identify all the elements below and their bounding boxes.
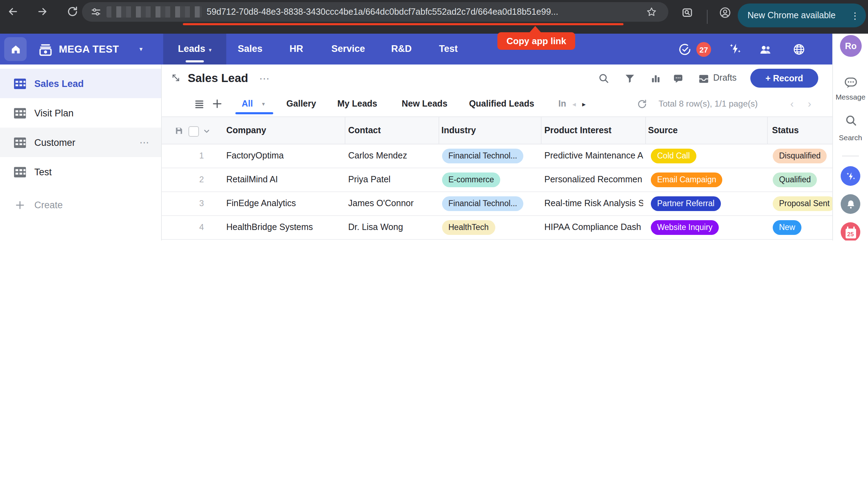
avatar[interactable]: Ro bbox=[840, 35, 862, 57]
company-cell[interactable]: HealthBridge Systems bbox=[226, 216, 343, 239]
status-cell[interactable]: New bbox=[773, 216, 801, 239]
table-more-icon[interactable]: ⋯ bbox=[259, 65, 270, 92]
sidebar-item-sales-lead[interactable]: Sales Lead bbox=[0, 69, 161, 98]
table-row[interactable]: 3FinEdge AnalyticsJames O'ConnorFinancia… bbox=[162, 192, 832, 216]
company-cell[interactable]: FinEdge Analytics bbox=[226, 192, 343, 215]
product-interest-cell[interactable]: Real-time Risk Analysis S bbox=[544, 192, 643, 215]
column-header-status[interactable]: Status bbox=[772, 117, 799, 144]
industry-tag[interactable]: HealthTech bbox=[442, 220, 495, 235]
product-interest-cell[interactable]: Predictive Maintenance A bbox=[544, 144, 643, 168]
contact-cell[interactable]: Carlos Mendez bbox=[348, 144, 436, 168]
industry-cell[interactable]: Financial Technol... bbox=[442, 192, 523, 215]
column-header-company[interactable]: Company bbox=[226, 117, 266, 144]
select-all-checkbox[interactable] bbox=[188, 126, 199, 137]
status-tag[interactable]: New bbox=[773, 220, 801, 235]
industry-tag[interactable]: Financial Technol... bbox=[442, 149, 523, 163]
nav-tab-r-d[interactable]: R&D bbox=[391, 34, 412, 65]
product-interest-cell[interactable]: Personalized Recommen bbox=[544, 168, 643, 191]
status-cell[interactable]: Disqualified bbox=[773, 144, 827, 168]
view-tab-qualified-leads[interactable]: Qualified Leads bbox=[469, 92, 534, 116]
reload-icon[interactable] bbox=[67, 6, 78, 18]
back-icon[interactable] bbox=[7, 6, 19, 18]
filter-icon[interactable] bbox=[624, 73, 635, 84]
save-view-icon[interactable] bbox=[174, 126, 184, 135]
bookmark-star-icon[interactable] bbox=[646, 6, 657, 18]
table-row[interactable]: 4HealthBridge SystemsDr. Lisa WongHealth… bbox=[162, 216, 832, 240]
contact-cell[interactable]: Dr. Lisa Wong bbox=[348, 216, 436, 239]
status-tag[interactable]: Disqualified bbox=[773, 149, 827, 163]
source-tag[interactable]: Email Campaign bbox=[651, 172, 723, 187]
source-tag[interactable]: Cold Call bbox=[651, 149, 696, 163]
message-label[interactable]: Message bbox=[833, 93, 868, 101]
sidebar-item-visit-plan[interactable]: Visit Plan bbox=[0, 98, 161, 128]
source-tag[interactable]: Partner Referral bbox=[651, 196, 721, 211]
site-info-icon[interactable] bbox=[90, 6, 102, 18]
source-cell[interactable]: Partner Referral bbox=[651, 192, 721, 215]
nav-tab-service[interactable]: Service bbox=[331, 34, 365, 65]
industry-tag[interactable]: E-commerce bbox=[442, 172, 500, 187]
drafts-icon[interactable] bbox=[698, 73, 710, 85]
view-tab-in[interactable]: In bbox=[558, 92, 568, 116]
sidebar-item-customer[interactable]: Customer⋯ bbox=[0, 128, 161, 157]
column-header-industry[interactable]: Industry bbox=[441, 117, 476, 144]
table-row[interactable]: 5MediVR TechnologiesDr. Hiroshi TanakaHe… bbox=[162, 240, 832, 240]
contact-cell[interactable]: Priya Patel bbox=[348, 168, 436, 191]
table-row[interactable]: 1FactoryOptimaCarlos MendezFinancial Tec… bbox=[162, 144, 832, 168]
tasks-check-icon[interactable] bbox=[678, 42, 691, 56]
view-tab-my-leads[interactable]: My Leads bbox=[337, 92, 377, 116]
address-bar[interactable]: 59d712-70d8-48e3-8838-3430ccc4be1a/664dc… bbox=[82, 2, 668, 22]
profile-icon[interactable] bbox=[719, 6, 731, 19]
scroll-tabs-right-icon[interactable]: ▸ bbox=[582, 92, 586, 116]
view-list-icon[interactable] bbox=[194, 99, 205, 109]
nav-tab-hr[interactable]: HR bbox=[290, 34, 303, 65]
url-text[interactable]: 59d712-70d8-48e3-8838-3430ccc4be1a/664dc… bbox=[207, 2, 638, 22]
status-cell[interactable]: Qualified bbox=[773, 240, 817, 240]
source-cell[interactable]: Email Campaign bbox=[651, 240, 723, 240]
members-icon[interactable] bbox=[759, 43, 772, 56]
industry-cell[interactable]: Financial Technol... bbox=[442, 144, 523, 168]
add-view-icon[interactable] bbox=[212, 98, 223, 109]
status-tag[interactable]: Qualified bbox=[773, 172, 817, 187]
prev-page-icon[interactable]: ‹ bbox=[790, 92, 794, 116]
status-cell[interactable]: Qualified bbox=[773, 168, 817, 191]
nav-tab-leads[interactable]: Leads▾ bbox=[163, 34, 226, 65]
sidebar-create-button[interactable]: Create bbox=[0, 191, 161, 219]
rail-search-icon[interactable] bbox=[844, 114, 857, 127]
add-record-button[interactable]: + Record bbox=[750, 69, 818, 88]
industry-tag[interactable]: Financial Technol... bbox=[442, 196, 523, 211]
next-page-icon[interactable]: › bbox=[808, 92, 811, 116]
product-interest-cell[interactable]: Surgical Training Simulat bbox=[544, 240, 643, 240]
source-tag[interactable]: Website Inquiry bbox=[651, 220, 719, 235]
notification-count-badge[interactable]: 27 bbox=[696, 42, 711, 57]
message-icon[interactable] bbox=[843, 76, 858, 90]
industry-cell[interactable]: E-commerce bbox=[442, 168, 500, 191]
search-label[interactable]: Search bbox=[833, 133, 868, 142]
source-cell[interactable]: Website Inquiry bbox=[651, 216, 719, 239]
forward-icon[interactable] bbox=[36, 6, 48, 18]
expand-table-icon[interactable] bbox=[171, 73, 181, 83]
globe-icon[interactable] bbox=[792, 42, 806, 56]
column-header-contact[interactable]: Contact bbox=[348, 117, 381, 144]
rail-magic-app-icon[interactable] bbox=[841, 166, 860, 186]
source-cell[interactable]: Cold Call bbox=[651, 144, 696, 168]
company-cell[interactable]: RetailMind AI bbox=[226, 168, 343, 191]
refresh-icon[interactable] bbox=[637, 99, 647, 109]
header-chevron-icon[interactable] bbox=[203, 128, 210, 135]
nav-tab-test[interactable]: Test bbox=[439, 34, 458, 65]
rail-notifications-icon[interactable] bbox=[841, 194, 860, 214]
chart-icon[interactable] bbox=[650, 73, 661, 84]
status-tag[interactable]: Proposal Sent bbox=[773, 196, 832, 211]
column-header-product-interest[interactable]: Product Interest bbox=[544, 117, 612, 144]
status-cell[interactable]: Proposal Sent bbox=[773, 192, 832, 215]
magic-lightning-icon[interactable] bbox=[729, 42, 742, 55]
view-tab-gallery[interactable]: Gallery bbox=[287, 92, 316, 116]
company-cell[interactable]: MediVR Technologies bbox=[226, 240, 343, 240]
contact-cell[interactable]: Dr. Hiroshi Tanaka bbox=[348, 240, 436, 240]
nav-tab-sales[interactable]: Sales bbox=[238, 34, 263, 65]
chrome-update-button[interactable]: New Chrome available ⋮ bbox=[738, 4, 866, 27]
column-header-source[interactable]: Source bbox=[648, 117, 678, 144]
product-interest-cell[interactable]: HIPAA Compliance Dash bbox=[544, 216, 643, 239]
company-cell[interactable]: FactoryOptima bbox=[226, 144, 343, 168]
scroll-tabs-left-icon[interactable]: ◂ bbox=[572, 92, 576, 116]
rail-calendar-icon[interactable]: 25 bbox=[841, 222, 860, 240]
